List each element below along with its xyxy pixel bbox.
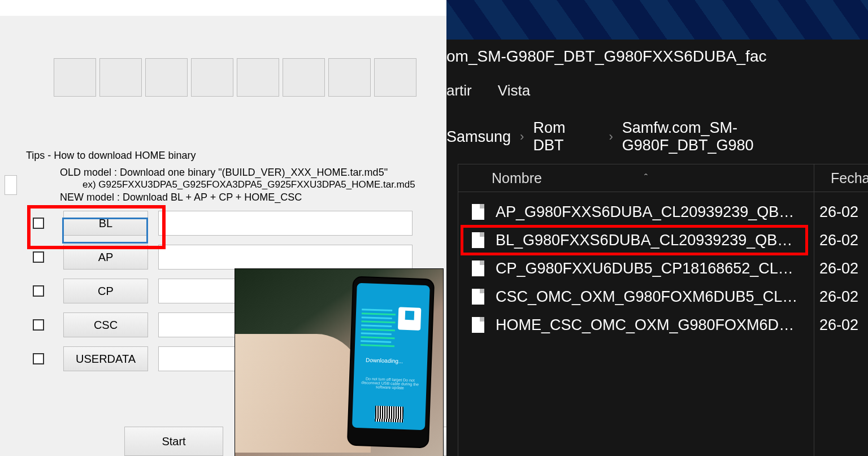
file-icon [472, 289, 484, 305]
tips-line-new: NEW model : Download BL + AP + CP + HOME… [60, 191, 441, 203]
side-scroll-stub[interactable] [5, 175, 17, 195]
ap-row: AP [33, 243, 413, 271]
window-title: om_SM-G980F_DBT_G980FXXS6DUBA_fac [446, 47, 766, 66]
chevron-right-icon: › [609, 129, 613, 144]
port-grid [54, 58, 416, 97]
sort-ascending-icon[interactable]: ˆ [644, 172, 648, 184]
column-date[interactable]: Fecha [831, 170, 868, 186]
file-icon [472, 232, 484, 248]
crumb-rom-dbt[interactable]: Rom DBT [533, 119, 600, 154]
file-date: 26-02 [819, 203, 858, 221]
crumb-samsung[interactable]: Samsung [446, 128, 511, 146]
phone-screen: Downloading... Do not turn off target Do… [352, 283, 430, 430]
port-slot [191, 58, 233, 97]
file-list: AP_G980FXXS6DUBA_CL20939239_QB38... 26-0… [472, 198, 868, 339]
file-name: BL_G980FXXS6DUBA_CL20939239_QB384... [496, 232, 801, 249]
port-slot [283, 58, 325, 97]
start-button[interactable]: Start [124, 427, 223, 456]
file-name: CSC_OMC_OXM_G980FOXM6DUB5_CL20... [496, 288, 801, 306]
port-slot [54, 58, 96, 97]
cp-button[interactable]: CP [63, 279, 148, 303]
file-name: CP_G980FXXU6DUB5_CP18168652_CL209... [496, 260, 801, 277]
menu-share[interactable]: artir [446, 82, 472, 99]
file-row-ap[interactable]: AP_G980FXXS6DUBA_CL20939239_QB38... 26-0… [472, 198, 868, 226]
file-name: AP_G980FXXS6DUBA_CL20939239_QB38... [496, 203, 801, 221]
port-slot [374, 58, 416, 97]
file-explorer-window: om_SM-G980F_DBT_G980FXXS6DUBA_fac artir … [446, 0, 868, 456]
bl-row: BL [33, 209, 413, 237]
column-name[interactable]: Nombre [492, 170, 542, 186]
download-log-lines [360, 309, 396, 355]
port-slot [145, 58, 188, 97]
download-subtext: Do not turn off target Do not disconnect… [358, 376, 422, 390]
file-row-cp[interactable]: CP_G980FXXU6DUB5_CP18168652_CL209... 26-… [472, 254, 868, 283]
tips-line-example: ex) G925FXXU3DPA5_G925FOXA3DPA5_G925FXXU… [83, 179, 441, 191]
ap-button[interactable]: AP [63, 245, 148, 270]
file-date: 26-02 [819, 260, 858, 277]
phone-photo-overlay: Downloading... Do not turn off target Do… [235, 268, 444, 456]
port-slot [328, 58, 371, 97]
file-icon [472, 260, 484, 276]
phone-device: Downloading... Do not turn off target Do… [347, 276, 435, 449]
chevron-right-icon: › [520, 129, 524, 144]
desktop-wallpaper-strip [446, 0, 868, 40]
file-date: 26-02 [819, 288, 858, 306]
file-row-csc[interactable]: CSC_OMC_OXM_G980FOXM6DUB5_CL20... 26-02 [472, 283, 868, 311]
csc-button[interactable]: CSC [63, 312, 148, 337]
download-caption: Downloading... [366, 357, 403, 364]
menu-view[interactable]: Vista [498, 82, 530, 99]
file-row-home-csc[interactable]: HOME_CSC_OMC_OXM_G980FOXM6DUB... 26-02 [472, 311, 868, 339]
columns-header: Nombre ˆ Fecha [458, 164, 868, 192]
odin-top-strip [0, 0, 446, 17]
bl-button[interactable]: BL [63, 211, 148, 236]
tips-line-old: OLD model : Download one binary "(BUILD_… [60, 166, 441, 179]
userdata-button[interactable]: USERDATA [63, 346, 148, 371]
file-icon [472, 204, 484, 220]
userdata-checkbox[interactable] [33, 353, 44, 364]
download-icon [398, 307, 421, 330]
port-slot [99, 58, 142, 97]
ap-checkbox[interactable] [33, 251, 44, 263]
csc-checkbox[interactable] [33, 319, 44, 331]
ap-path-field[interactable] [158, 245, 413, 270]
bl-path-field[interactable] [158, 211, 413, 236]
column-divider [458, 164, 458, 456]
odin-window: Tips - How to download HOME binary OLD m… [0, 0, 446, 456]
odin-slot-area [0, 16, 446, 89]
port-slot [237, 58, 279, 97]
bl-checkbox[interactable] [33, 218, 44, 229]
crumb-folder[interactable]: Samfw.com_SM-G980F_DBT_G980 [622, 119, 868, 154]
cp-checkbox[interactable] [33, 285, 44, 297]
tips-title: Tips - How to download HOME binary [26, 150, 441, 162]
tips-group: Tips - How to download HOME binary OLD m… [26, 150, 441, 203]
barcode-icon [375, 406, 403, 423]
file-name: HOME_CSC_OMC_OXM_G980FOXM6DUB... [496, 316, 801, 334]
breadcrumb[interactable]: Samsung › Rom DBT › Samfw.com_SM-G980F_D… [446, 123, 868, 151]
explorer-titlebar: om_SM-G980F_DBT_G980FXXS6DUBA_fac [446, 41, 868, 72]
file-row-bl[interactable]: BL_G980FXXS6DUBA_CL20939239_QB384... 26-… [472, 226, 868, 254]
file-date: 26-02 [819, 316, 858, 334]
explorer-menu: artir Vista [446, 76, 868, 105]
file-date: 26-02 [819, 232, 858, 249]
file-icon [472, 317, 484, 333]
